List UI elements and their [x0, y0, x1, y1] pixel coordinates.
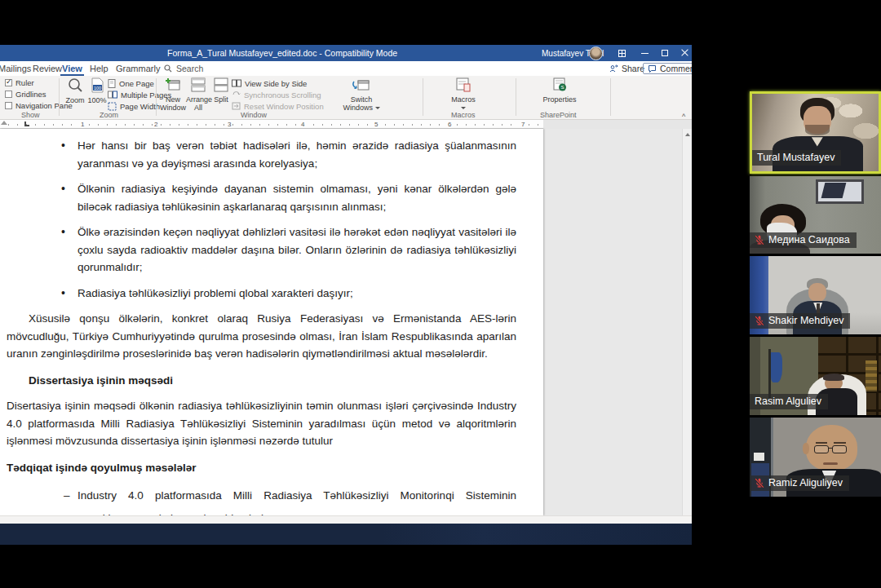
split-button[interactable]: Split	[210, 77, 232, 104]
windows-taskbar[interactable]	[0, 524, 692, 545]
switch-windows-icon	[352, 77, 370, 92]
new-window-button[interactable]: New Window	[160, 77, 186, 112]
section-heading: Tədqiqat işində qoyulmuş məsələlər	[7, 459, 516, 477]
page-100-icon: 100	[91, 77, 104, 93]
switch-windows-button[interactable]: Switch Windows	[343, 77, 380, 112]
minimize-button[interactable]	[635, 45, 656, 61]
share-icon	[609, 64, 618, 73]
side-by-side-icon	[232, 79, 241, 87]
search-icon	[164, 64, 172, 73]
window-group-label: Window	[241, 111, 267, 119]
participant-name: Shakir Mehdiyev	[750, 313, 850, 329]
search-input[interactable]: Search	[164, 63, 203, 74]
close-button[interactable]	[674, 45, 692, 61]
comments-icon	[648, 64, 657, 73]
bullet-item: Hər hansı bir baş verən təbiət hadisələr…	[7, 137, 516, 172]
tab-view[interactable]: View	[59, 61, 86, 76]
ribbon-tab-row: Mailings Review View Help Grammarly Sear…	[0, 61, 692, 76]
participant-tile[interactable]: Shakir Mehdiyev	[750, 256, 881, 334]
scroll-up-icon[interactable]	[685, 133, 690, 136]
new-window-icon	[165, 77, 181, 92]
arrange-all-button[interactable]: Arrange All	[186, 77, 210, 112]
paragraph: Xüsusilə qonşu ölkələrin, konkret olaraq…	[7, 310, 516, 363]
section-heading: Dissertasiya işinin məqsədi	[29, 372, 516, 390]
muted-mic-icon	[755, 316, 764, 326]
muted-mic-icon	[755, 478, 764, 489]
sync-scrolling-icon	[232, 91, 241, 99]
muted-mic-icon	[755, 235, 764, 245]
document-workspace: Hər hansı bir baş verən təbiət hadisələr…	[0, 129, 692, 515]
document-title: Forma_A_Tural Mustafayev_edited.doc - Co…	[167, 48, 397, 58]
checkbox-icon	[5, 91, 12, 98]
checkbox-icon	[5, 102, 12, 109]
participant-tile[interactable]: Медина Саидова	[750, 176, 881, 254]
participant-tile[interactable]: Ramiz Aliguliyev	[750, 418, 881, 497]
vertical-scrollbar[interactable]	[682, 129, 692, 515]
collapse-ribbon-icon[interactable]: ^	[682, 113, 690, 120]
dash-list: Industry 4.0 platformasıda Milli Radiasi…	[7, 484, 516, 515]
synchronous-scrolling-button[interactable]: Synchronous Scrolling	[232, 90, 321, 99]
ruler-checkbox[interactable]: Ruler	[5, 77, 34, 87]
dash-item: Industry 4.0 platformasıda Milli Radiasi…	[7, 484, 516, 515]
bullet-item: Ölkənin radiasiya keşiyində dayanan sist…	[7, 180, 516, 215]
participant-name: Ramiz Aliguliyev	[750, 475, 849, 491]
paragraph: Disertasiya işinin məqsədi ölkənin radia…	[7, 397, 516, 450]
page-width-icon	[108, 102, 117, 111]
multiple-pages-icon	[108, 91, 117, 99]
participant-name: Медина Саидова	[750, 232, 857, 248]
gridlines-checkbox[interactable]: Gridlines	[5, 89, 46, 99]
show-group-label: Show	[21, 111, 40, 119]
dropdown-caret-icon	[461, 107, 466, 109]
participant-name: Tural Mustafayev	[752, 150, 841, 166]
share-button[interactable]: Share	[609, 63, 644, 74]
arrange-all-icon	[190, 77, 206, 92]
bullet-item: Radiasiya təhlükəsizliyi problemi qlobal…	[7, 285, 516, 303]
one-page-icon	[108, 79, 116, 88]
ribbon-display-options-icon[interactable]	[612, 45, 633, 61]
reset-window-icon	[232, 102, 241, 110]
word-titlebar: Forma_A_Tural Mustafayev_edited.doc - Co…	[0, 45, 692, 61]
dropdown-caret-icon	[375, 107, 380, 109]
participant-tile[interactable]: Rasim Alguliev	[750, 337, 881, 415]
zoom-group-label: Zoom	[100, 111, 118, 119]
indent-marker[interactable]	[1, 121, 7, 125]
macros-icon	[455, 77, 471, 92]
word-status-bar	[0, 515, 692, 524]
meeting-stage: Forma_A_Tural Mustafayev_edited.doc - Co…	[0, 0, 881, 588]
svg-text:100: 100	[93, 86, 100, 91]
participant-name: Rasim Alguliev	[750, 394, 828, 409]
checkbox-checked-icon	[5, 79, 12, 86]
macros-group-label: Macros	[451, 111, 476, 119]
magnifier-icon	[68, 77, 83, 93]
page-width-button[interactable]: Page Width	[108, 101, 160, 111]
account-avatar[interactable]	[589, 46, 603, 60]
screen-share-area: Forma_A_Tural Mustafayev_edited.doc - Co…	[0, 45, 692, 545]
one-page-button[interactable]: One Page	[108, 78, 154, 88]
horizontal-ruler[interactable]: 1234567	[0, 120, 692, 129]
tab-grammarly[interactable]: Grammarly	[113, 61, 163, 76]
properties-icon: S	[551, 77, 568, 92]
reset-window-position-button[interactable]: Reset Window Position	[232, 101, 324, 111]
bullet-list: Hər hansı bir baş verən təbiət hadisələr…	[7, 137, 516, 302]
zoom-100-button[interactable]: 100 100%	[86, 77, 108, 104]
participant-tile[interactable]: Tural Mustafayev	[750, 91, 881, 174]
comments-button[interactable]: Comments	[643, 63, 692, 74]
properties-button[interactable]: S Properties	[540, 77, 579, 104]
restore-button[interactable]	[654, 45, 675, 61]
tab-help[interactable]: Help	[86, 61, 112, 76]
document-page[interactable]: Hər hansı bir baş verən təbiət hadisələr…	[0, 129, 543, 515]
ribbon: Ruler Gridlines Navigation Pane Show Zoo…	[0, 76, 692, 120]
tab-stop-marker[interactable]	[24, 122, 29, 126]
zoom-button[interactable]: Zoom	[62, 77, 88, 104]
split-icon	[213, 77, 229, 92]
bullet-item: Ölkə ərazisindən keçən nəqliyyat dəhlizl…	[7, 223, 516, 276]
view-side-by-side-button[interactable]: View Side by Side	[232, 78, 307, 88]
svg-text:S: S	[560, 85, 564, 90]
document-content: Hər hansı bir baş verən təbiət hadisələr…	[0, 129, 543, 515]
macros-button[interactable]: Macros	[447, 77, 480, 112]
sharepoint-group-label: SharePoint	[540, 111, 577, 119]
